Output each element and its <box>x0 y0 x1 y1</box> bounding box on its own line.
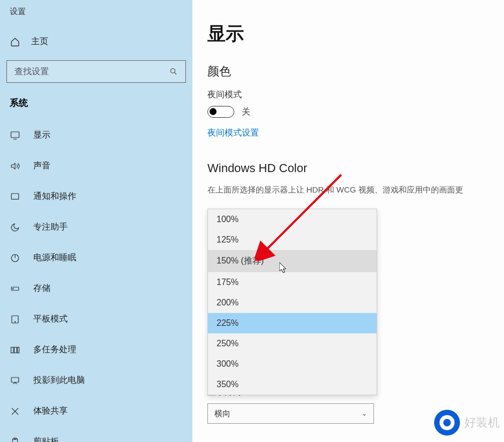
notification-icon <box>10 191 20 202</box>
share-icon <box>10 406 20 417</box>
category-title: 系统 <box>0 94 192 120</box>
night-light-settings-link[interactable]: 夜间模式设置 <box>207 127 259 139</box>
sidebar-item-tablet[interactable]: 平板模式 <box>0 304 192 334</box>
scale-option[interactable]: 200% <box>208 293 377 313</box>
sidebar-item-notification[interactable]: 通知和操作 <box>0 181 192 212</box>
night-light-toggle-row: 关 <box>207 106 489 118</box>
scale-option[interactable]: 175% <box>208 272 377 293</box>
speaker-icon <box>10 161 20 172</box>
sidebar-item-moon[interactable]: 专注助手 <box>0 212 192 243</box>
sidebar-item-label: 剪贴板 <box>33 436 59 442</box>
orientation-select[interactable]: 横向 ⌄ <box>207 403 374 424</box>
svg-point-12 <box>15 321 16 322</box>
multitask-icon <box>10 345 20 355</box>
scale-option[interactable]: 125% <box>208 230 377 250</box>
toggle-state: 关 <box>242 106 250 118</box>
sidebar: 设置 主页 系统 显示声音通知和操作专注助手电源和睡眠存储平板模式多任务处理投影… <box>0 0 192 442</box>
sidebar-item-label: 存储 <box>33 283 51 294</box>
search-icon <box>169 67 178 76</box>
svg-point-10 <box>13 288 14 289</box>
sidebar-item-power[interactable]: 电源和睡眠 <box>0 243 192 273</box>
svg-marker-4 <box>11 163 15 169</box>
home-label: 主页 <box>31 36 48 47</box>
scale-option[interactable]: 250% <box>208 333 377 354</box>
home-nav[interactable]: 主页 <box>0 21 192 56</box>
watermark-logo <box>434 410 460 436</box>
sidebar-item-speaker[interactable]: 声音 <box>0 151 192 181</box>
scale-option[interactable]: 225% <box>208 313 377 333</box>
sidebar-item-label: 显示 <box>33 130 51 141</box>
svg-rect-15 <box>18 347 19 353</box>
sidebar-item-label: 平板模式 <box>33 313 68 325</box>
sidebar-item-multitask[interactable]: 多任务处理 <box>0 334 192 365</box>
app-title: 设置 <box>0 0 192 21</box>
scale-dropdown[interactable]: 100%125%150% (推荐)175%200%225%250%300%350… <box>207 209 377 395</box>
svg-rect-14 <box>15 347 17 353</box>
svg-rect-13 <box>11 347 14 353</box>
search-box[interactable] <box>6 60 186 83</box>
svg-line-1 <box>175 73 176 74</box>
search-input[interactable] <box>15 67 169 76</box>
chevron-down-icon: ⌄ <box>362 410 367 417</box>
moon-icon <box>10 222 20 233</box>
scale-option[interactable]: 150% (推荐) <box>208 250 377 272</box>
monitor-icon <box>10 130 20 141</box>
sidebar-item-label: 投影到此电脑 <box>33 375 85 386</box>
power-icon <box>10 253 20 263</box>
scale-option[interactable]: 350% <box>208 374 377 395</box>
hd-color-heading: Windows HD Color <box>207 161 489 175</box>
sidebar-item-share[interactable]: 体验共享 <box>0 396 192 426</box>
color-heading: 颜色 <box>207 63 489 80</box>
sidebar-item-monitor[interactable]: 显示 <box>0 120 192 151</box>
orientation-value: 横向 <box>214 409 231 419</box>
scale-option[interactable]: 300% <box>208 354 377 374</box>
sidebar-item-storage[interactable]: 存储 <box>0 273 192 304</box>
svg-rect-2 <box>11 132 19 138</box>
tablet-icon <box>10 314 20 325</box>
night-light-toggle[interactable] <box>207 106 234 118</box>
night-light-label: 夜间模式 <box>207 89 489 101</box>
home-icon <box>10 37 20 47</box>
watermark: 好装机 <box>434 410 500 436</box>
svg-rect-16 <box>11 377 19 382</box>
storage-icon <box>10 283 20 294</box>
scale-option[interactable]: 100% <box>208 209 377 230</box>
sidebar-item-clipboard[interactable]: 剪贴板 <box>0 426 192 442</box>
clipboard-icon <box>10 437 20 443</box>
sidebar-item-label: 声音 <box>33 160 51 172</box>
sidebar-item-project[interactable]: 投影到此电脑 <box>0 365 192 396</box>
sidebar-item-label: 专注助手 <box>33 222 68 233</box>
svg-point-0 <box>171 69 175 73</box>
page-title: 显示 <box>207 22 489 46</box>
hd-color-description: 在上面所选择的显示器上让 HDR 和 WCG 视频、游戏和应用中的画面更 <box>207 185 489 195</box>
svg-rect-5 <box>11 194 19 199</box>
sidebar-item-label: 电源和睡眠 <box>33 252 76 263</box>
sidebar-item-label: 多任务处理 <box>33 344 76 355</box>
project-icon <box>10 375 20 386</box>
sidebar-item-label: 通知和操作 <box>33 191 76 202</box>
sidebar-item-label: 体验共享 <box>33 405 68 417</box>
watermark-text: 好装机 <box>464 415 500 431</box>
